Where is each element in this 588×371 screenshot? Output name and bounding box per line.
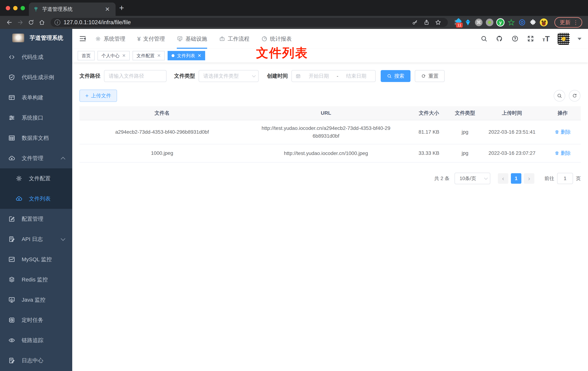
- extension-dot-icon[interactable]: [485, 18, 494, 27]
- search-button[interactable]: 搜索: [381, 70, 410, 82]
- forward-button[interactable]: [16, 18, 24, 26]
- github-icon[interactable]: [496, 35, 504, 43]
- file-path-input-field[interactable]: [109, 73, 162, 79]
- url-text[interactable]: 127.0.0.1:1024/infra/file/file: [63, 19, 409, 26]
- extension-star-icon[interactable]: [507, 18, 515, 27]
- sidebar-item-code-demo[interactable]: 代码生成示例: [0, 67, 72, 87]
- sidebar-logo[interactable]: 芋道管理系统: [0, 29, 72, 47]
- delete-label: 删除: [561, 150, 571, 157]
- avatar-qr[interactable]: [558, 33, 570, 45]
- extension-y-icon[interactable]: y: [496, 18, 504, 27]
- date-range-picker[interactable]: -: [292, 70, 376, 82]
- topnav-item-system[interactable]: 系统管理: [95, 29, 125, 49]
- reload-button[interactable]: [27, 18, 35, 26]
- url-bar[interactable]: i 127.0.0.1:1024/infra/file/file: [51, 18, 448, 27]
- sidebar-item-config-manage[interactable]: 配置管理: [0, 209, 72, 229]
- site-info-icon[interactable]: i: [54, 20, 60, 25]
- home-button[interactable]: [38, 18, 46, 26]
- page-content: 文件路径 文件类型 请选择文件类型 创建时间 -: [72, 63, 588, 184]
- tag-close-icon[interactable]: ✕: [157, 53, 161, 58]
- col-header-url: URL: [245, 110, 407, 116]
- file-type-select[interactable]: 请选择文件类型: [199, 70, 259, 82]
- grid-icon: [8, 135, 15, 141]
- tag-profile[interactable]: 个人中心 ✕: [97, 51, 130, 60]
- end-date-input[interactable]: [341, 73, 372, 79]
- start-date-input[interactable]: [303, 73, 334, 79]
- sidebar: 芋道管理系统 代码生成 代码生成示例 表单构建 系统接口: [0, 29, 72, 371]
- fullscreen-icon[interactable]: [527, 35, 535, 43]
- extension-tampermonkey-icon[interactable]: 11: [453, 18, 461, 27]
- search-icon[interactable]: [480, 35, 488, 43]
- browser-tab[interactable]: 芋道管理系统 ✕: [29, 2, 116, 16]
- browser-menu-icon[interactable]: ⋮: [573, 19, 578, 26]
- extension-gem-icon[interactable]: [464, 18, 472, 27]
- extension-eye-icon[interactable]: [518, 18, 526, 27]
- sidebar-item-code-gen[interactable]: 代码生成: [0, 47, 72, 67]
- refresh-table-button[interactable]: [569, 90, 580, 102]
- cell-upload-time: 2022-03-16 23:51:41: [480, 124, 545, 140]
- extensions-puzzle-icon[interactable]: [529, 18, 537, 27]
- browser-update-button[interactable]: 更新 ⋮: [554, 17, 582, 28]
- delete-button[interactable]: 删除: [555, 150, 571, 157]
- sidebar-item-redis-monitor[interactable]: Redis 监控: [0, 269, 72, 290]
- sidebar-item-db-doc[interactable]: 数据库文档: [0, 128, 72, 148]
- extension-command-icon[interactable]: ⌘: [475, 18, 483, 27]
- tag-file-list[interactable]: 文件列表 ✕: [168, 51, 205, 60]
- create-time-label: 创建时间: [267, 73, 288, 80]
- help-icon[interactable]: [511, 35, 519, 43]
- browser-toolbar: i 127.0.0.1:1024/infra/file/file 11 ⌘ y: [0, 16, 588, 29]
- topnav-item-workflow[interactable]: 工作流程: [219, 29, 249, 49]
- eye-icon: [8, 337, 15, 344]
- sidebar-item-java-monitor[interactable]: Java 监控: [0, 290, 72, 310]
- share-icon[interactable]: [423, 18, 430, 26]
- reset-button[interactable]: 重置: [415, 70, 445, 82]
- password-key-icon[interactable]: [411, 18, 419, 26]
- sidebar-item-system-api[interactable]: 系统接口: [0, 108, 72, 128]
- tag-close-icon[interactable]: ✕: [198, 53, 201, 58]
- sidebar-item-api-log[interactable]: API 日志: [0, 229, 72, 249]
- next-page-button[interactable]: ›: [524, 173, 534, 184]
- upload-file-button[interactable]: + 上传文件: [79, 90, 117, 102]
- window-maximize-button[interactable]: [21, 6, 25, 10]
- profile-emoji-icon[interactable]: [540, 18, 548, 27]
- sidebar-item-scheduled-task[interactable]: 定时任务: [0, 310, 72, 330]
- file-path-input[interactable]: [104, 70, 167, 82]
- tag-file-config[interactable]: 文件配置 ✕: [133, 51, 165, 60]
- window-minimize-button[interactable]: [13, 6, 18, 10]
- sidebar-item-mysql-monitor[interactable]: MySQL 监控: [0, 249, 72, 269]
- tag-home[interactable]: 首页: [78, 51, 95, 60]
- toggle-search-button[interactable]: [554, 90, 565, 102]
- cell-file-type: jpg: [451, 145, 480, 161]
- tab-close-icon[interactable]: ✕: [104, 6, 111, 13]
- sidebar-item-log-center[interactable]: 日志中心: [0, 350, 72, 371]
- shield-check-icon: [8, 74, 15, 81]
- goto-page-input[interactable]: [557, 173, 573, 184]
- back-button[interactable]: [5, 18, 13, 26]
- prev-page-button[interactable]: ‹: [498, 173, 508, 184]
- window-controls[interactable]: [6, 6, 25, 10]
- annotation-file-list: 文件列表: [256, 45, 308, 61]
- briefcase-icon: [219, 36, 225, 42]
- page-size-select[interactable]: 10条/页: [454, 173, 490, 184]
- tag-close-icon[interactable]: ✕: [122, 53, 126, 58]
- font-size-icon[interactable]: тT: [543, 34, 550, 43]
- sidebar-item-file-manage[interactable]: 文件管理: [0, 148, 72, 168]
- user-dropdown-caret-icon[interactable]: [578, 38, 581, 40]
- browser-titlebar: 芋道管理系统 ✕ +: [0, 0, 588, 16]
- sidebar-title: 芋道管理系统: [30, 34, 63, 42]
- topnav-item-payment[interactable]: ¥ 支付管理: [137, 29, 165, 49]
- goto-page-input-field[interactable]: [557, 176, 573, 181]
- current-page-button[interactable]: 1: [511, 173, 521, 184]
- window-close-button[interactable]: [6, 6, 10, 10]
- topnav-item-infra[interactable]: 基础设施: [177, 29, 207, 49]
- sidebar-collapse-icon[interactable]: [79, 35, 87, 43]
- sidebar-item-file-config[interactable]: 文件配置: [0, 168, 72, 189]
- trash-icon: [555, 151, 559, 156]
- bookmark-star-icon[interactable]: [434, 18, 442, 26]
- delete-button[interactable]: 删除: [555, 129, 571, 136]
- sidebar-item-file-list[interactable]: 文件列表: [0, 189, 72, 209]
- sidebar-item-trace[interactable]: 链路追踪: [0, 330, 72, 350]
- sidebar-item-form-builder[interactable]: 表单构建: [0, 87, 72, 108]
- new-tab-button[interactable]: +: [119, 3, 124, 13]
- file-type-placeholder: 请选择文件类型: [203, 73, 239, 79]
